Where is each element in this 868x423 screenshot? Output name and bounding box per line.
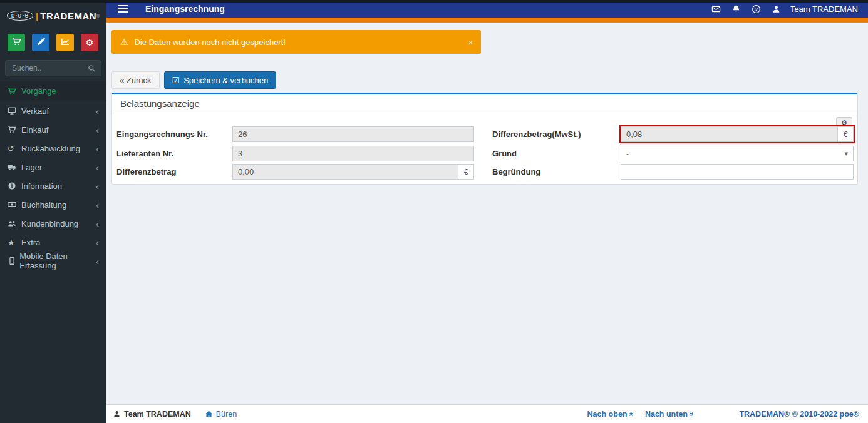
chevron-left-icon: ‹ [96,125,99,135]
top-navbar: Eingangsrechnung ? Team TRADEMAN [106,0,868,23]
unsaved-warning-banner: ⚠ Die Daten wurden noch nicht gespeicher… [111,30,481,54]
quick-cart-button[interactable] [8,34,25,51]
brand-registered-mark: ® [96,14,100,18]
sidebar-item-einkauf[interactable]: Einkauf ‹ [0,120,106,139]
search-input[interactable] [5,60,101,76]
user-icon [113,410,121,419]
differenzbetrag-mwst-group: € [621,126,854,142]
footer: Team TRADEMAN Büren Nach oben « Nach unt… [106,404,868,423]
differenzbetrag-mwst-label: Differenzbetrag(MwSt.) [492,126,616,142]
chevron-left-icon: ‹ [96,106,99,116]
navbar-actions: ? Team TRADEMAN [706,4,868,14]
poe-logo: p·o·e [7,11,33,21]
sidebar-item-label: Verkauf [21,106,49,116]
lieferanten-nr-field-wrap [232,146,474,161]
sidebar-item-extra[interactable]: ★ Extra ‹ [0,233,106,252]
eingangsrechnung-nr-field-wrap [232,126,474,142]
back-button-label: « Zurück [120,76,152,85]
sidebar-item-label: Kundenbindung [21,219,78,228]
monitor-icon [8,106,21,115]
grund-select[interactable]: - ▾ [621,146,854,161]
chevron-left-icon: ‹ [96,181,99,191]
grund-select-wrap: - ▾ [621,146,854,161]
euro-addon: € [837,126,854,142]
star-icon: ★ [8,238,21,247]
chevron-left-icon: ‹ [96,238,99,247]
form-row: Differenzbetrag € Begründung [112,164,857,180]
sidebar-item-label: Einkauf [21,125,48,135]
sidebar-item-rueckabwicklung[interactable]: ↺ Rückabwicklung ‹ [0,139,106,158]
differenzbetrag-field [232,164,458,180]
form-row: Eingangsrechnungs Nr. Differenzbetrag(Mw… [112,126,857,142]
panel-title: Belastungsanzeige [112,94,857,113]
begruendung-field[interactable] [621,164,854,180]
eingangsrechnung-nr-label: Eingangsrechnungs Nr. [116,126,229,142]
sidebar-item-label: Mobile Daten-Erfassung [19,252,96,270]
info-circle-icon [8,181,21,190]
grund-selected-value: - [626,150,629,158]
quick-settings-button[interactable]: ⚙ [81,34,98,51]
money-bill-icon [8,200,21,209]
quick-stats-button[interactable] [56,34,74,51]
caret-down-icon: ▾ [844,150,848,158]
hamburger-menu-icon[interactable] [118,3,128,14]
quick-edit-button[interactable] [32,34,49,51]
double-chevron-down-icon: » [688,412,696,416]
bell-icon[interactable] [726,4,747,14]
home-icon [205,410,213,419]
footer-user: Team TRADEMAN [124,410,191,419]
search-icon[interactable] [88,64,96,75]
sidebar-item-mobile-daten-erfassung[interactable]: Mobile Daten-Erfassung ‹ [0,252,106,270]
sidebar: p·o·e | TRADEMAN ® ⚙ [0,0,106,423]
chevron-left-icon: ‹ [96,163,99,172]
form-row: Lieferanten Nr. Grund - ▾ [112,146,857,161]
sidebar-item-vorgaenge[interactable]: Vorgänge [0,81,106,101]
footer-location-link[interactable]: Büren [216,410,237,419]
warning-text: Die Daten wurden noch nicht gespeichert! [135,38,286,47]
sidebar-item-label: Vorgänge [21,86,56,96]
sidebar-item-information[interactable]: Information ‹ [0,176,106,195]
sidebar-item-label: Information [21,181,62,191]
scroll-to-bottom-link[interactable]: Nach unten » [645,410,695,419]
users-icon [8,219,21,228]
sidebar-item-verkauf[interactable]: Verkauf ‹ [0,101,106,120]
sidebar-item-buchhaltung[interactable]: Buchhaltung ‹ [0,195,106,214]
current-user-label[interactable]: Team TRADEMAN [790,4,858,14]
euro-addon: € [458,164,474,180]
brand-logo: p·o·e | TRADEMAN ® [0,3,106,29]
help-icon[interactable]: ? [747,4,767,14]
sidebar-item-label: Rückabwicklung [21,144,80,153]
cart-icon [8,125,21,134]
sidebar-search [5,60,101,76]
lieferanten-nr-field [232,146,474,161]
svg-text:?: ? [755,6,758,12]
pencil-icon [36,37,46,48]
chevron-left-icon: ‹ [96,200,99,210]
scroll-to-top-label: Nach oben [587,410,628,419]
begruendung-field-wrap [621,164,854,180]
brand-name: TRADEMAN [40,11,96,21]
save-post-button[interactable]: ☑ Speichern & verbuchen [164,71,277,89]
sidebar-item-lager[interactable]: Lager ‹ [0,158,106,176]
check-square-icon: ☑ [172,76,180,84]
undo-icon: ↺ [8,144,21,153]
cart-icon [12,37,21,48]
scroll-to-bottom-label: Nach unten [645,410,688,419]
page-title: Eingangsrechnung [145,4,225,14]
close-icon[interactable]: × [468,37,473,48]
user-icon[interactable] [767,4,787,14]
double-chevron-up-icon: « [627,412,636,416]
mail-icon[interactable] [706,4,726,14]
back-button[interactable]: « Zurück [111,71,160,89]
lieferanten-nr-label: Lieferanten Nr. [116,146,229,161]
copyright-text: TRADEMAN® © 2010-2022 poe® [739,410,859,419]
eingangsrechnung-nr-field [232,126,474,142]
quick-actions: ⚙ [0,29,106,53]
begruendung-label: Begründung [492,164,616,180]
cogs-icon: ⚙ [86,38,94,48]
top-edge [0,0,868,3]
sidebar-item-label: Extra [21,238,40,247]
scroll-to-top-link[interactable]: Nach oben « [587,410,634,419]
sidebar-item-kundenbindung[interactable]: Kundenbindung ‹ [0,214,106,233]
sidebar-menu: Vorgänge Verkauf ‹ Einkauf ‹ ↺ Rückabwic… [0,81,106,270]
